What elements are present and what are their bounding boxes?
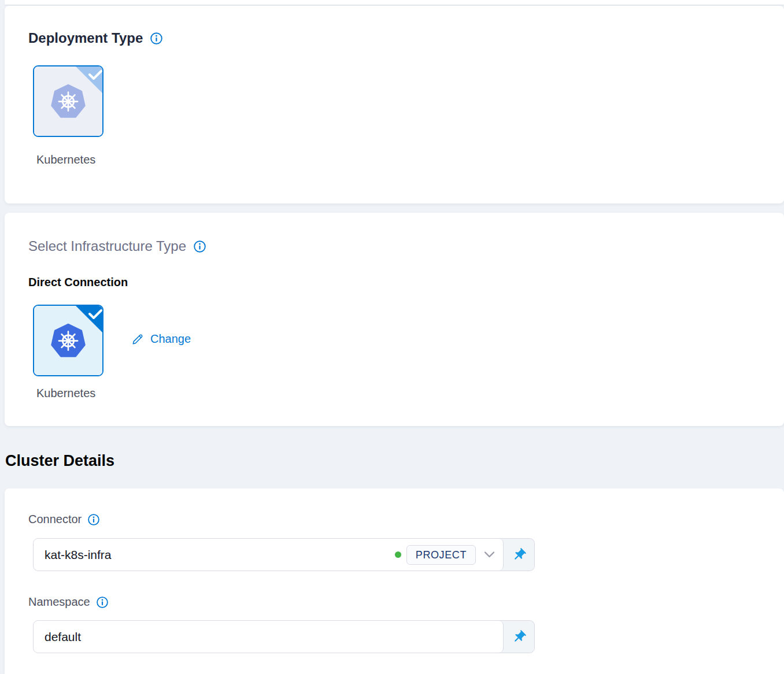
pin-button[interactable] (504, 539, 534, 571)
info-icon[interactable] (150, 32, 163, 45)
info-icon[interactable] (193, 240, 206, 253)
change-label: Change (150, 332, 191, 346)
scope-badge: PROJECT (406, 545, 476, 565)
infrastructure-card-label: Kubernetes (36, 387, 95, 400)
infrastructure-type-panel: Select Infrastructure Type Direct Connec… (5, 213, 784, 426)
cluster-details-panel: Connector kat-k8s-infra PROJECT (5, 488, 784, 674)
pin-button[interactable] (504, 621, 534, 653)
namespace-label: Namespace (28, 595, 90, 609)
pin-icon (512, 629, 527, 645)
info-icon[interactable] (87, 513, 100, 526)
previous-panel-edge (5, 0, 784, 5)
deployment-type-title: Deployment Type (28, 30, 143, 46)
cluster-details-title: Cluster Details (5, 452, 114, 470)
deployment-card-label: Kubernetes (36, 153, 95, 166)
infrastructure-type-title: Select Infrastructure Type (28, 238, 186, 254)
info-icon[interactable] (96, 596, 109, 609)
selected-check-icon (76, 306, 102, 332)
namespace-field: default (33, 620, 535, 653)
namespace-value: default (45, 630, 495, 644)
infrastructure-card-kubernetes[interactable] (33, 305, 103, 376)
connector-field: kat-k8s-infra PROJECT (33, 538, 535, 571)
deployment-type-panel: Deployment Type (5, 6, 784, 203)
change-button[interactable]: Change (131, 332, 191, 346)
chevron-down-icon[interactable] (484, 551, 495, 558)
deployment-type-card-kubernetes[interactable] (33, 65, 103, 137)
pencil-icon (131, 333, 144, 346)
connector-label: Connector (28, 513, 82, 526)
selected-check-icon (76, 66, 102, 93)
connectivity-status-dot (395, 551, 401, 558)
direct-connection-subtitle: Direct Connection (28, 276, 128, 289)
connector-select[interactable]: kat-k8s-infra PROJECT (34, 539, 504, 571)
namespace-input[interactable]: default (34, 621, 504, 653)
pin-icon (512, 547, 527, 562)
connector-value: kat-k8s-infra (45, 548, 395, 562)
